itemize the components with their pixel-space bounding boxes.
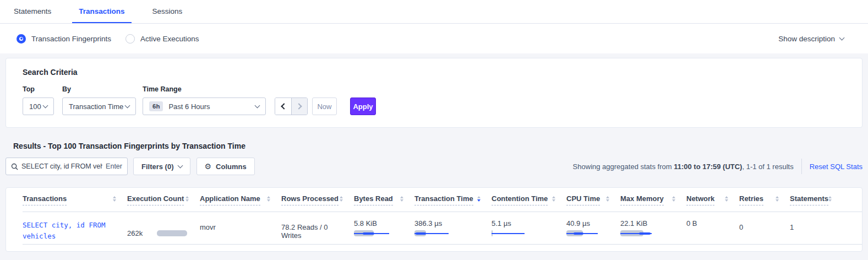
cell-value: 1: [790, 223, 794, 231]
filters-button[interactable]: Filters (0): [133, 158, 190, 175]
time-range-value: Past 6 Hours: [168, 102, 210, 111]
now-button[interactable]: Now: [312, 98, 337, 115]
search-input-value: SELECT city, id FROM vehicles W: [21, 162, 102, 170]
page-content: Search Criteria Top 100 By Transaction T…: [0, 53, 868, 252]
sort-icon[interactable]: [477, 196, 481, 202]
table-header-cpu-time[interactable]: CPU Time: [566, 194, 620, 205]
cell-execution-count: 262k: [127, 212, 200, 244]
search-input[interactable]: SELECT city, id FROM vehicles W Enter: [6, 158, 128, 175]
time-range-label: Time Range: [143, 85, 266, 93]
by-label: By: [62, 85, 143, 93]
search-criteria-title: Search Criteria: [23, 68, 845, 77]
sort-icon[interactable]: [672, 196, 675, 202]
column-header-label: Execution Count: [127, 194, 184, 205]
column-header-label: Transaction Time: [414, 194, 473, 205]
cell-cpu-time: 40.9 µs: [566, 212, 620, 244]
search-icon: [11, 163, 18, 170]
show-description-toggle[interactable]: Show description: [778, 35, 844, 43]
column-header-label: CPU Time: [566, 194, 600, 205]
table-header-transaction-time[interactable]: Transaction Time: [414, 194, 492, 205]
time-range-field: Time Range 6h Past 6 Hours: [143, 85, 266, 115]
sort-icon[interactable]: [113, 196, 116, 202]
cell-value: 78.2 Reads / 0 Writes: [281, 223, 328, 240]
top-label: Top: [23, 85, 62, 93]
cell-value: 5.8 KiB: [354, 219, 403, 228]
by-value: Transaction Time: [69, 102, 123, 111]
next-time-window-button[interactable]: [291, 98, 307, 115]
cell-value: 22.1 KiB: [620, 219, 675, 228]
now-label: Now: [317, 102, 331, 111]
table-header-execution-count[interactable]: Execution Count: [127, 194, 200, 205]
table-header-contention-time[interactable]: Contention Time: [492, 194, 566, 205]
sort-icon[interactable]: [267, 196, 270, 202]
sort-icon[interactable]: [400, 196, 403, 202]
cell-value: movr: [200, 223, 216, 231]
cell-retries: 0: [739, 212, 790, 244]
radio-unselected-icon: [125, 34, 135, 44]
columns-button[interactable]: ⚙ Columns: [196, 158, 255, 175]
show-description-label: Show description: [778, 35, 835, 43]
by-field: By Transaction Time: [62, 85, 143, 115]
previous-time-window-button[interactable]: [275, 98, 291, 115]
transaction-fingerprint-link[interactable]: SELECT city, id FROM vehicles: [23, 219, 116, 242]
column-header-label: Network: [686, 194, 714, 205]
chevron-down-icon: [839, 35, 845, 40]
contention-time-bar: [492, 230, 555, 236]
cell-value: 40.9 µs: [566, 219, 609, 228]
reset-sql-stats-link[interactable]: Reset SQL Stats: [810, 162, 862, 171]
top-field: Top 100: [23, 85, 62, 115]
chevron-down-icon: [177, 162, 183, 168]
table-header-network[interactable]: Network: [686, 194, 739, 205]
cell-value: 5.1 µs: [492, 219, 555, 228]
apply-button[interactable]: Apply: [350, 98, 376, 115]
execution-count-bar: [157, 230, 187, 236]
by-select[interactable]: Transaction Time: [62, 98, 136, 115]
sort-icon[interactable]: [606, 196, 609, 202]
tab-transactions[interactable]: Transactions: [72, 0, 131, 23]
table-header-transactions[interactable]: Transactions: [23, 194, 127, 205]
cell-application-name: movr: [200, 212, 281, 244]
aggregated-stats-text: Showing aggregated stats from 11:00 to 1…: [573, 162, 794, 171]
table-header-application-name[interactable]: Application Name: [200, 194, 281, 205]
vertical-divider: [801, 159, 802, 174]
radio-transaction-fingerprints[interactable]: Transaction Fingerprints: [17, 34, 111, 44]
chevron-down-icon: [255, 102, 260, 108]
table-header-statements[interactable]: Statements: [790, 194, 843, 205]
column-header-label: Contention Time: [492, 194, 548, 205]
cell-value: 0 B: [686, 219, 697, 228]
chevron-right-icon: [296, 103, 302, 109]
table-header-rows-processed[interactable]: Rows Processed: [281, 194, 354, 205]
column-header-label: Bytes Read: [354, 194, 393, 205]
sort-icon[interactable]: [552, 196, 555, 202]
stats-time-range: 11:00 to 17:59 (UTC): [674, 162, 742, 171]
sort-icon[interactable]: [185, 196, 189, 202]
sort-icon[interactable]: [340, 196, 343, 202]
sort-icon[interactable]: [776, 196, 779, 202]
sort-icon[interactable]: [725, 196, 728, 202]
tab-label: Transactions: [79, 7, 124, 15]
tab-sessions[interactable]: Sessions: [146, 0, 189, 23]
column-header-label: Transactions: [23, 194, 67, 205]
sort-icon[interactable]: [828, 196, 832, 202]
cell-statements: 1: [790, 212, 843, 244]
filters-label: Filters (0): [141, 162, 174, 171]
time-range-badge: 6h: [149, 101, 163, 111]
cell-bytes-read: 5.8 KiB: [354, 212, 414, 244]
top-select[interactable]: 100: [23, 98, 54, 115]
cell-max-memory: 22.1 KiB: [620, 212, 686, 244]
table-header-bytes-read[interactable]: Bytes Read: [354, 194, 414, 205]
radio-active-executions[interactable]: Active Executions: [125, 34, 199, 44]
table-header-max-memory[interactable]: Max Memory: [620, 194, 686, 205]
column-header-label: Rows Processed: [281, 194, 339, 205]
apply-label: Apply: [353, 102, 373, 111]
cell-transaction-time: 386.3 µs: [414, 212, 492, 244]
tab-statements[interactable]: Statements: [7, 0, 58, 23]
cell-contention-time: 5.1 µs: [492, 212, 566, 244]
time-range-select[interactable]: 6h Past 6 Hours: [143, 98, 266, 115]
table-row: SELECT city, id FROM vehicles 262k movr …: [23, 212, 862, 245]
column-header-label: Statements: [790, 194, 828, 205]
cell-transactions: SELECT city, id FROM vehicles: [23, 212, 127, 244]
chevron-down-icon: [43, 102, 48, 108]
top-value: 100: [29, 102, 41, 111]
table-header-retries[interactable]: Retries: [739, 194, 790, 205]
